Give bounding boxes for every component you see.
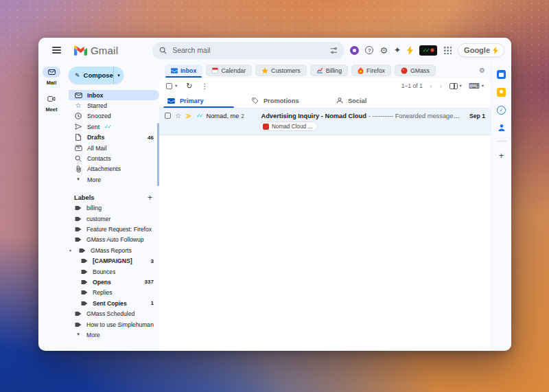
- label-opens[interactable]: Opens 337: [69, 277, 159, 287]
- label-tag-icon: [80, 279, 89, 285]
- app-title: Gmail: [91, 45, 118, 56]
- label-tag-icon: [74, 311, 82, 316]
- sidebar-item-contacts[interactable]: Contacts: [69, 153, 159, 163]
- refresh-icon[interactable]: ↻: [186, 82, 192, 91]
- inbox-icon: [74, 93, 82, 98]
- opens-count: 337: [145, 279, 154, 285]
- label-gmass-auto-followup[interactable]: GMass Auto Followup: [69, 235, 159, 245]
- settings-gear-icon[interactable]: ⚙: [379, 46, 388, 55]
- sidebar-item-sent[interactable]: Sent ✓✓: [69, 122, 159, 132]
- compose-dropdown-caret[interactable]: ▾: [113, 67, 124, 84]
- star-toggle-icon[interactable]: ☆: [175, 112, 181, 119]
- extension-icon-purple[interactable]: [350, 46, 359, 55]
- sidebar-scrollbar-thumb[interactable]: [157, 123, 159, 186]
- label-sent-copies[interactable]: Sent Copies 1: [69, 298, 159, 308]
- reading-pane-icon[interactable]: [449, 83, 458, 89]
- google-apps-grid-icon[interactable]: [443, 46, 452, 54]
- importance-marker-icon[interactable]: [185, 113, 192, 119]
- select-all-checkbox[interactable]: [166, 83, 172, 89]
- sidebar-item-attachments[interactable]: Attachments: [69, 164, 159, 174]
- labels-more[interactable]: ▾ More: [69, 330, 159, 340]
- sidebar-item-all-mail[interactable]: All Mail: [69, 143, 159, 153]
- label-tag-icon: [74, 216, 82, 222]
- lightning-bolt-icon[interactable]: [407, 46, 413, 55]
- attachment-chip[interactable]: Nomad Cloud ...: [259, 122, 318, 131]
- toolbar-right: 1–1 of 1 ‹ › ▾ ⌨ ▾: [401, 82, 484, 91]
- label-how-to-use-simplehuman[interactable]: How to use Simplehuman: [69, 319, 159, 330]
- tabstrip-settings-icon[interactable]: ⚙: [479, 67, 485, 74]
- tab-inbox[interactable]: Inbox: [165, 65, 202, 76]
- rail-meet-label: Meet: [45, 106, 57, 113]
- collapse-arrow-icon[interactable]: ▾: [69, 249, 74, 253]
- label-tag-icon: [74, 227, 82, 232]
- search-options-icon[interactable]: [330, 47, 338, 54]
- compose-main[interactable]: ✎ Compose: [69, 71, 113, 79]
- campaigns-count: 3: [150, 258, 153, 264]
- add-label-button[interactable]: +: [148, 193, 152, 203]
- label-tag-icon: [80, 301, 89, 306]
- rail-item-meet[interactable]: Meet: [43, 93, 60, 113]
- gmail-logo: Gmail: [74, 45, 118, 56]
- tab-promotions[interactable]: Promotions: [244, 93, 328, 108]
- empty-list-space: [159, 135, 491, 351]
- category-tabs: Primary Promotions Social: [159, 93, 491, 108]
- label-billing[interactable]: billing: [69, 203, 159, 214]
- sidebar-item-drafts[interactable]: Drafts 46: [69, 132, 159, 143]
- sidebar-item-inbox[interactable]: Inbox: [69, 90, 159, 100]
- compose-label: Compose: [84, 71, 113, 79]
- right-side-panel: ✓ +: [491, 62, 511, 351]
- tab-social[interactable]: Social: [328, 93, 412, 108]
- gmail-window: Gmail Search mail ? ⚙ ✦ ✓✓ Google: [38, 38, 511, 351]
- contacts-panel-icon[interactable]: [498, 124, 506, 132]
- gmass-extension-icon[interactable]: ✓✓: [419, 45, 437, 56]
- label-bounces[interactable]: Bounces: [69, 266, 159, 277]
- label-campaigns[interactable]: [CAMPAIGNS] 3: [69, 255, 159, 266]
- search-bar[interactable]: Search mail: [152, 42, 344, 59]
- newer-page-icon[interactable]: ‹: [430, 82, 432, 91]
- label-gmass-reports[interactable]: ▾ GMass Reports: [69, 245, 159, 255]
- compose-button[interactable]: ✎ Compose ▾: [69, 67, 124, 84]
- tab-customers[interactable]: Customers: [255, 65, 307, 76]
- get-addons-button[interactable]: +: [499, 150, 504, 161]
- older-page-icon[interactable]: ›: [439, 82, 442, 91]
- tab-gmass[interactable]: GMass: [395, 65, 436, 76]
- sidebar-item-more[interactable]: ▾ More: [69, 174, 159, 185]
- google-account-pill[interactable]: Google: [458, 43, 504, 57]
- panel-divider: [497, 141, 506, 141]
- more-options-icon[interactable]: ⋮: [201, 82, 208, 90]
- mail-pill: [43, 67, 60, 78]
- tab-primary[interactable]: Primary: [159, 93, 244, 108]
- left-app-rail: Mail Meet: [38, 62, 65, 351]
- sidebar-item-snoozed[interactable]: Snoozed: [69, 111, 159, 122]
- label-tag-icon: [80, 258, 89, 264]
- main-menu-icon[interactable]: [48, 42, 65, 58]
- email-row[interactable]: ☆ ✓✓ Nomad, me 2 Advertising Inquiry - N…: [159, 108, 491, 135]
- pagination-label: 1–1 of 1: [401, 82, 423, 89]
- rail-item-mail[interactable]: Mail: [43, 67, 60, 86]
- email-subject-snippet: Advertising Inquiry - Nomad Cloud - ----…: [261, 113, 461, 119]
- input-tools-keyboard-icon[interactable]: ⌨: [469, 82, 480, 91]
- tab-billing[interactable]: Billing: [310, 65, 348, 76]
- select-dropdown-caret[interactable]: ▾: [175, 84, 177, 89]
- meet-pill: [43, 93, 60, 104]
- email-checkbox[interactable]: [165, 113, 171, 119]
- calendar-panel-icon[interactable]: [497, 70, 506, 79]
- sidebar-item-starred[interactable]: ☆ Starred: [69, 100, 159, 111]
- tab-calendar[interactable]: Calendar: [206, 65, 252, 76]
- tab-firefox[interactable]: Firefox: [351, 65, 391, 76]
- labels-list: billing customer Feature Request: Firefo…: [69, 203, 159, 341]
- clock-icon: [74, 113, 82, 119]
- reading-pane-caret[interactable]: ▾: [460, 84, 462, 89]
- tasks-panel-icon[interactable]: ✓: [497, 106, 506, 115]
- help-icon[interactable]: ?: [365, 46, 373, 54]
- label-feature-request-firefox[interactable]: Feature Request: Firefox: [69, 224, 159, 234]
- input-tools-caret[interactable]: ▾: [482, 84, 484, 89]
- label-customer[interactable]: customer: [69, 214, 159, 224]
- mail-list-panel: ▾ ↻ ⋮ 1–1 of 1 ‹ › ▾ ⌨: [159, 78, 491, 351]
- label-replies[interactable]: Replies: [69, 288, 159, 298]
- gmass-notification-dot: [430, 48, 434, 52]
- gemini-sparkle-icon[interactable]: ✦: [394, 46, 401, 54]
- keep-panel-icon[interactable]: [497, 88, 506, 97]
- label-gmass-scheduled[interactable]: GMass Scheduled: [69, 308, 159, 319]
- gmail-m-icon: [74, 45, 87, 56]
